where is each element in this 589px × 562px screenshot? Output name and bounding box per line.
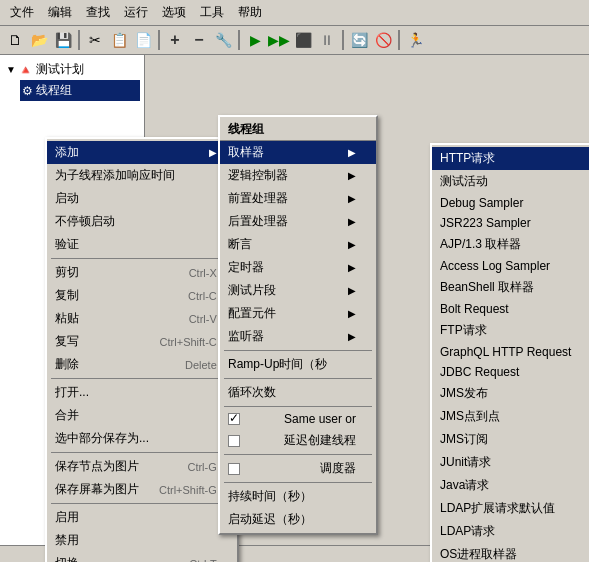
ctx-config-element[interactable]: 配置元件 ▶ xyxy=(220,302,376,325)
ctx-duplicate[interactable]: 复写 Ctrl+Shift-C xyxy=(47,330,237,353)
ctx-ramp-up-label: Ramp-Up时间（秒 xyxy=(228,356,327,373)
ctx-same-user[interactable]: Same user or xyxy=(220,409,376,429)
ctx-save-screen-img[interactable]: 保存屏幕为图片 Ctrl+Shift-G xyxy=(47,478,237,501)
ctx-beanshell-sampler[interactable]: BeanShell 取样器 xyxy=(432,276,589,299)
toolbar-sep5 xyxy=(398,30,400,50)
toolbar-add[interactable]: + xyxy=(164,29,186,51)
ctx-save-node-img[interactable]: 保存节点为图片 Ctrl-G xyxy=(47,455,237,478)
ctx-start-no-pause[interactable]: 不停顿启动 xyxy=(47,210,237,233)
ctx-jms-point-to-point[interactable]: JMS点到点 xyxy=(432,405,589,428)
toolbar-start[interactable]: ▶ xyxy=(244,29,266,51)
ctx-test-action-label: 测试活动 xyxy=(440,173,488,190)
ctx-jms-subscribe[interactable]: JMS订阅 xyxy=(432,428,589,451)
toolbar-remote[interactable]: 🏃 xyxy=(404,29,426,51)
ctx-disable[interactable]: 禁用 xyxy=(47,529,237,552)
ctx-pre-processor-arrow: ▶ xyxy=(348,193,356,204)
ctx-junit-request[interactable]: JUnit请求 xyxy=(432,451,589,474)
ctx-scheduler[interactable]: 调度器 xyxy=(220,457,376,480)
ctx-http-request[interactable]: HTTP请求 xyxy=(432,147,589,170)
context-menu-l1: 添加 ▶ 为子线程添加响应时间 启动 不停顿启动 验证 剪切 Ctrl-X 复制… xyxy=(45,137,239,562)
ctx-graphql-http-request[interactable]: GraphQL HTTP Request xyxy=(432,342,589,362)
ctx-cut-shortcut: Ctrl-X xyxy=(189,267,217,279)
toolbar-start-no-pause[interactable]: ▶▶ xyxy=(268,29,290,51)
main-area: ▼ 🔺 测试计划 ⚙ 线程组 添加 ▶ 为子线程添加响应时间 启动 不停顿启动 … xyxy=(0,55,589,562)
ctx-validate[interactable]: 验证 xyxy=(47,233,237,256)
ctx-assertion[interactable]: 断言 ▶ xyxy=(220,233,376,256)
toolbar-new[interactable]: 🗋 xyxy=(4,29,26,51)
menu-help[interactable]: 帮助 xyxy=(232,2,268,23)
ctx-test-fragment[interactable]: 测试片段 ▶ xyxy=(220,279,376,302)
ctx-ftp-request[interactable]: FTP请求 xyxy=(432,319,589,342)
toolbar-clear[interactable]: 🔄 xyxy=(348,29,370,51)
ctx-loop-count-label: 循环次数 xyxy=(228,384,276,401)
ctx-delete[interactable]: 删除 Delete xyxy=(47,353,237,376)
toolbar-shutdown[interactable]: ⏸ xyxy=(316,29,338,51)
toolbar-stop[interactable]: ⬛ xyxy=(292,29,314,51)
ctx-os-process-sampler[interactable]: OS进程取样器 xyxy=(432,543,589,562)
menu-tools[interactable]: 工具 xyxy=(194,2,230,23)
ctx-sampler[interactable]: 取样器 ▶ xyxy=(220,141,376,164)
ctx-bolt-request[interactable]: Bolt Request xyxy=(432,299,589,319)
menu-find[interactable]: 查找 xyxy=(80,2,116,23)
ctx-config-element-label: 配置元件 xyxy=(228,305,276,322)
ctx-paste[interactable]: 粘贴 Ctrl-V xyxy=(47,307,237,330)
ctx-jms-publish[interactable]: JMS发布 xyxy=(432,382,589,405)
menu-file[interactable]: 文件 xyxy=(4,2,40,23)
ctx-sep2 xyxy=(51,378,233,379)
tree-thread-group[interactable]: ⚙ 线程组 xyxy=(20,80,140,101)
ctx-post-processor-label: 后置处理器 xyxy=(228,213,288,230)
ctx-graphql-http-request-label: GraphQL HTTP Request xyxy=(440,345,571,359)
ctx-java-request[interactable]: Java请求 xyxy=(432,474,589,497)
ctx-open[interactable]: 打开... xyxy=(47,381,237,404)
ctx-logic-ctrl-label: 逻辑控制器 xyxy=(228,167,288,184)
ctx-l2-sep1 xyxy=(224,350,372,351)
ctx-post-processor[interactable]: 后置处理器 ▶ xyxy=(220,210,376,233)
toolbar-remove[interactable]: − xyxy=(188,29,210,51)
menu-edit[interactable]: 编辑 xyxy=(42,2,78,23)
ctx-ajp-sampler[interactable]: AJP/1.3 取样器 xyxy=(432,233,589,256)
ctx-save-screen-img-label: 保存屏幕为图片 xyxy=(55,481,139,498)
ctx-sep4 xyxy=(51,503,233,504)
toolbar-clear-all[interactable]: 🚫 xyxy=(372,29,394,51)
ctx-ajp-sampler-label: AJP/1.3 取样器 xyxy=(440,236,521,253)
ctx-l2-sep2 xyxy=(224,378,372,379)
ctx-loop-count[interactable]: 循环次数 xyxy=(220,381,376,404)
ctx-ramp-up[interactable]: Ramp-Up时间（秒 xyxy=(220,353,376,376)
menu-run[interactable]: 运行 xyxy=(118,2,154,23)
ctx-toggle[interactable]: 切换 Ctrl-T xyxy=(47,552,237,562)
ctx-enable[interactable]: 启用 xyxy=(47,506,237,529)
ctx-startup-delay[interactable]: 启动延迟（秒） xyxy=(220,508,376,531)
ctx-listener-arrow: ▶ xyxy=(348,331,356,342)
ctx-duration[interactable]: 持续时间（秒） xyxy=(220,485,376,508)
toolbar-open[interactable]: 📂 xyxy=(28,29,50,51)
menu-options[interactable]: 选项 xyxy=(156,2,192,23)
ctx-cut[interactable]: 剪切 Ctrl-X xyxy=(47,261,237,284)
ctx-start[interactable]: 启动 xyxy=(47,187,237,210)
ctx-add[interactable]: 添加 ▶ xyxy=(47,141,237,164)
ctx-listener[interactable]: 监听器 ▶ xyxy=(220,325,376,348)
toolbar-copy[interactable]: 📋 xyxy=(108,29,130,51)
ctx-merge[interactable]: 合并 xyxy=(47,404,237,427)
toolbar-paste[interactable]: 📄 xyxy=(132,29,154,51)
ctx-pre-processor[interactable]: 前置处理器 ▶ xyxy=(220,187,376,210)
ctx-debug-sampler[interactable]: Debug Sampler xyxy=(432,193,589,213)
ctx-logic-ctrl[interactable]: 逻辑控制器 ▶ xyxy=(220,164,376,187)
ctx-toggle-shortcut: Ctrl-T xyxy=(189,558,217,563)
ctx-add-response-time[interactable]: 为子线程添加响应时间 xyxy=(47,164,237,187)
ctx-ldap-extended-defaults[interactable]: LDAP扩展请求默认值 xyxy=(432,497,589,520)
ctx-ldap-request-label: LDAP请求 xyxy=(440,523,495,540)
ctx-copy[interactable]: 复制 Ctrl-C xyxy=(47,284,237,307)
ctx-test-action[interactable]: 测试活动 xyxy=(432,170,589,193)
ctx-delay-create[interactable]: 延迟创建线程 xyxy=(220,429,376,452)
ctx-ldap-request[interactable]: LDAP请求 xyxy=(432,520,589,543)
tree-test-plan[interactable]: ▼ 🔺 测试计划 xyxy=(4,59,140,80)
ctx-access-log-sampler[interactable]: Access Log Sampler xyxy=(432,256,589,276)
toolbar-settings[interactable]: 🔧 xyxy=(212,29,234,51)
toolbar-save[interactable]: 💾 xyxy=(52,29,74,51)
ctx-delay-create-label: 延迟创建线程 xyxy=(284,432,356,449)
toolbar-cut[interactable]: ✂ xyxy=(84,29,106,51)
ctx-save-selection[interactable]: 选中部分保存为... xyxy=(47,427,237,450)
ctx-timer[interactable]: 定时器 ▶ xyxy=(220,256,376,279)
ctx-jdbc-request[interactable]: JDBC Request xyxy=(432,362,589,382)
ctx-jsr223-sampler[interactable]: JSR223 Sampler xyxy=(432,213,589,233)
